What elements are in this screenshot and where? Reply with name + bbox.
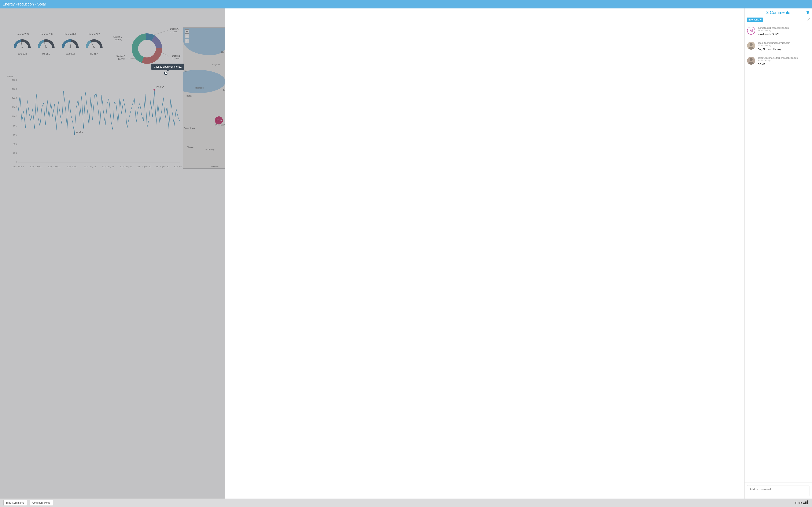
page-title: Energy Production - Solar (3, 2, 46, 7)
comment-time: 9 minutes ago (758, 59, 809, 62)
comment-tooltip: Click to open comments. (151, 64, 184, 70)
bottom-toolbar: Hide Comments Comment Mode bime (0, 499, 812, 507)
comment-item[interactable]: Mmarketing@bimeanalytics.com21 minutes a… (745, 24, 812, 39)
top-bar: Energy Production - Solar (0, 0, 812, 8)
comments-filter-dropdown[interactable]: Everyone (747, 17, 763, 22)
svg-rect-40 (803, 503, 805, 504)
comment-item[interactable]: adam.finer@bimeanalytics.com16 minutes a… (745, 39, 812, 54)
avatar (747, 57, 755, 65)
highlighter-icon[interactable] (807, 18, 810, 22)
svg-point-39 (750, 58, 753, 61)
comment-mode-button[interactable]: Comment Mode (30, 500, 53, 506)
comment-time: 21 minutes ago (758, 30, 809, 32)
svg-rect-42 (807, 500, 808, 504)
trash-icon[interactable] (806, 11, 809, 15)
comment-text: DONE (758, 63, 809, 66)
comment-marker[interactable] (164, 72, 167, 75)
brand-bars-icon (803, 500, 809, 505)
comments-list: Mmarketing@bimeanalytics.com21 minutes a… (745, 24, 812, 483)
brand-logo: bime (794, 500, 809, 505)
svg-rect-41 (805, 502, 807, 504)
comment-input[interactable] (747, 485, 809, 496)
comment-item[interactable]: florent.degoriainoff@bimeanalytics.com9 … (745, 54, 812, 69)
avatar (747, 42, 755, 50)
comment-time: 16 minutes ago (758, 44, 809, 47)
comments-title: 3 Comments (766, 10, 790, 15)
comments-panel: 3 Comments Everyone Mmarketing@bimeanaly… (744, 8, 812, 507)
comment-author: florent.degoriainoff@bimeanalytics.com (758, 57, 809, 59)
hide-comments-button[interactable]: Hide Comments (3, 500, 27, 506)
avatar: M (747, 26, 755, 35)
comment-text: Need to add St 901 (758, 33, 809, 36)
comment-author: marketing@bimeanalytics.com (758, 26, 809, 29)
comment-author: adam.finer@bimeanalytics.com (758, 42, 809, 44)
dashboard-dim-overlay (0, 8, 225, 499)
comment-text: OK, Flo is on his way (758, 48, 809, 51)
svg-point-38 (750, 43, 753, 46)
